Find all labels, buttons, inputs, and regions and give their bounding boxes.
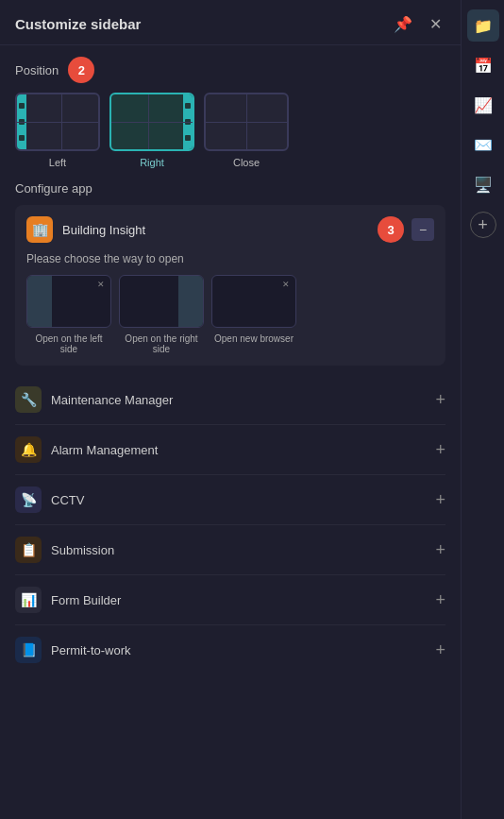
header-actions: 📌 ✕	[390, 13, 445, 35]
maintenance-name: Maintenance Manager	[51, 393, 173, 407]
add-alarm-icon[interactable]: +	[435, 440, 445, 460]
sidebar-icon-add[interactable]: +	[470, 212, 496, 238]
panel-header: Customize sidebar 📌 ✕	[0, 0, 461, 45]
sidebar-icon-chart[interactable]: 📈	[467, 89, 499, 121]
form-builder-icon: 📊	[15, 587, 42, 613]
position-option-close[interactable]: Close	[204, 93, 289, 168]
customize-sidebar-panel: Customize sidebar 📌 ✕ Position 2	[0, 0, 461, 819]
open-browser-label: Open new browser	[214, 333, 294, 344]
position-badge: 2	[68, 57, 94, 83]
app-list-item-submission[interactable]: 📋 Submission +	[15, 524, 445, 574]
right-sidebar: 📁 📅 📈 ✉️ 🖥️ +	[461, 0, 504, 819]
open-option-right[interactable]: ✕ Open on the right side	[119, 275, 204, 354]
panel-content: Position 2 Left	[0, 45, 461, 819]
sidebar-icon-folder[interactable]: 📁	[467, 9, 499, 42]
app-list-left: 📊 Form Builder	[15, 587, 121, 613]
position-right-label: Right	[140, 157, 164, 168]
position-option-left[interactable]: Left	[15, 93, 100, 168]
h-divider	[17, 122, 98, 123]
app-list-left: 📘 Permit-to-work	[15, 637, 131, 663]
building-insight-icon: 🏢	[26, 216, 53, 243]
add-submission-icon[interactable]: +	[435, 540, 445, 560]
position-section-label: Position 2	[15, 57, 445, 83]
sidebar-icon-monitor[interactable]: 🖥️	[467, 168, 499, 200]
configure-badge: 3	[378, 216, 404, 243]
app-list-left: 📋 Submission	[15, 537, 114, 563]
position-left-label: Left	[49, 157, 66, 168]
app-list-item-maintenance[interactable]: 🔧 Maintenance Manager +	[15, 375, 445, 424]
submission-name: Submission	[51, 543, 114, 557]
position-close-label: Close	[233, 157, 260, 168]
open-left-label: Open on the left side	[26, 333, 111, 354]
open-right-label: Open on the right side	[119, 333, 204, 354]
add-form-builder-icon[interactable]: +	[435, 590, 445, 610]
add-cctv-icon[interactable]: +	[435, 490, 445, 510]
building-insight-card: 🏢 Building Insight 3 − Please choose the…	[15, 205, 445, 366]
form-builder-name: Form Builder	[51, 593, 121, 607]
left-pane	[27, 276, 52, 327]
open-card-browser[interactable]: ✕	[211, 275, 296, 328]
configure-label: Configure app	[15, 181, 445, 196]
sidebar-icon-calendar[interactable]: 📅	[467, 49, 499, 81]
position-option-right[interactable]: Right	[109, 93, 194, 168]
app-list-left: 🔧 Maintenance Manager	[15, 386, 173, 413]
v-divider	[246, 94, 247, 149]
add-permit-icon[interactable]: +	[435, 640, 445, 660]
open-card-right[interactable]: ✕	[119, 275, 204, 328]
submission-icon: 📋	[15, 537, 42, 563]
v-divider	[61, 94, 62, 149]
app-list-item-cctv[interactable]: 📡 CCTV +	[15, 474, 445, 524]
alarm-icon: 🔔	[15, 436, 42, 463]
add-maintenance-icon[interactable]: +	[435, 390, 445, 410]
app-card-header: 🏢 Building Insight 3 −	[26, 216, 434, 243]
app-card-title: 🏢 Building Insight	[26, 216, 145, 243]
open-way-label: Please choose the way to open	[26, 252, 434, 265]
app-list-item-permit[interactable]: 📘 Permit-to-work +	[15, 624, 445, 674]
open-card-left[interactable]: ✕	[26, 275, 111, 328]
cctv-name: CCTV	[51, 493, 84, 507]
collapse-button[interactable]: −	[412, 218, 434, 241]
app-list-left: 📡 CCTV	[15, 486, 84, 513]
position-card-close[interactable]	[204, 93, 289, 151]
permit-icon: 📘	[15, 637, 42, 663]
app-list-left: 🔔 Alarm Management	[15, 436, 158, 463]
sidebar-icon-mail[interactable]: ✉️	[467, 128, 499, 161]
position-options: Left Right	[15, 93, 445, 168]
app-list: 🔧 Maintenance Manager + 🔔 Alarm Manageme…	[15, 375, 445, 674]
building-insight-name: Building Insight	[62, 223, 145, 237]
card-x-icon: ✕	[282, 280, 290, 289]
position-card-right[interactable]	[109, 93, 194, 151]
permit-name: Permit-to-work	[51, 643, 131, 657]
pin-button[interactable]: 📌	[390, 13, 416, 35]
position-label: Position	[15, 63, 59, 77]
card-x-icon: ✕	[97, 280, 105, 289]
cctv-icon: 📡	[15, 486, 42, 513]
position-card-left[interactable]	[15, 93, 100, 151]
h-divider	[111, 122, 193, 123]
maintenance-icon: 🔧	[15, 386, 42, 413]
right-pane	[178, 276, 203, 327]
open-option-browser[interactable]: ✕ Open new browser	[211, 275, 296, 354]
panel-title: Customize sidebar	[15, 16, 141, 32]
app-list-item-alarm[interactable]: 🔔 Alarm Management +	[15, 424, 445, 474]
open-option-left[interactable]: ✕ Open on the left side	[26, 275, 111, 354]
alarm-name: Alarm Management	[51, 443, 158, 457]
close-button[interactable]: ✕	[426, 13, 445, 35]
open-options: ✕ Open on the left side ✕ Open on the ri…	[26, 275, 434, 354]
app-list-item-form-builder[interactable]: 📊 Form Builder +	[15, 574, 445, 624]
v-divider	[148, 94, 149, 149]
app-card-actions: 3 −	[378, 216, 434, 243]
